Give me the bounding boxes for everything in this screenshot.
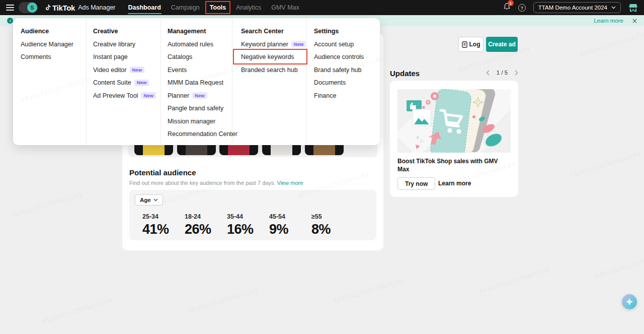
menu-item-documents[interactable]: Documents: [314, 77, 373, 90]
menu-header: Management: [168, 25, 230, 38]
menu-item-events[interactable]: Events: [168, 63, 230, 77]
notification-count-badge: 1: [508, 0, 514, 6]
age-percentage: 8%: [311, 222, 354, 237]
menu-item-audience-manager[interactable]: Audience Manager: [21, 38, 83, 51]
watermark-text: 6836043312555869189: [579, 30, 644, 58]
age-stats-row: 25-34 41% 18-24 26% 35-44 16% 45-54 9% ≥…: [142, 213, 354, 237]
account-selector[interactable]: TTAM Demo Account 2024: [533, 2, 621, 13]
tiktok-logo[interactable]: TikTok Ads Manager: [44, 4, 116, 12]
view-more-link[interactable]: View more: [277, 180, 303, 186]
menu-item-brand-safety-hub[interactable]: Brand safety hub: [314, 63, 373, 77]
menu-item-label: Mission manager: [168, 118, 215, 125]
divider: [306, 18, 307, 145]
chevron-down-icon: [611, 6, 616, 9]
new-badge: New: [141, 92, 156, 99]
menu-item-label: Comments: [21, 53, 51, 60]
watermark-text: 6836043312555869189: [11, 191, 83, 219]
banner-learn-more-link[interactable]: Learn more: [594, 18, 623, 24]
menu-header: Search Center: [241, 25, 304, 38]
age-range: 35-44: [227, 213, 269, 220]
age-filter-dropdown[interactable]: Age: [135, 194, 163, 206]
main-nav: Dashboard Campaign Tools Analytics GMV M…: [128, 0, 300, 15]
menu-item-ad-preview-tool[interactable]: Ad Preview ToolNew: [93, 89, 158, 102]
menu-item-comments[interactable]: Comments: [21, 51, 83, 64]
nav-campaign[interactable]: Campaign: [171, 0, 200, 15]
nav-tools[interactable]: Tools: [209, 0, 226, 15]
watermark-text: 6836043312555869189: [187, 287, 259, 315]
tools-dropdown-menu: Audience Audience Manager Comments Creat…: [13, 18, 380, 145]
menu-item-account-setup[interactable]: Account setup: [314, 38, 373, 51]
chevron-left-icon[interactable]: [486, 70, 490, 76]
menu-item-negative-keywords[interactable]: Negative keywords: [241, 51, 304, 64]
nav-gmv-max[interactable]: GMV Max: [271, 0, 300, 15]
menu-header: Settings: [314, 25, 373, 38]
menu-item-label: Instant page: [93, 53, 128, 60]
menu-item-mission-manager[interactable]: Mission manager: [168, 115, 230, 128]
menu-item-catalogs[interactable]: Catalogs: [168, 51, 230, 64]
age-stat: ≥55 8%: [311, 213, 354, 237]
nav-analytics[interactable]: Analytics: [235, 0, 262, 15]
menu-item-content-suite[interactable]: Content SuiteNew: [93, 77, 158, 90]
menu-item-label: Video editor: [93, 66, 127, 74]
business-center-icon[interactable]: [628, 4, 638, 12]
new-badge: New: [192, 92, 207, 99]
menu-item-label: Events: [168, 66, 187, 74]
ai-assistant-button[interactable]: [622, 294, 637, 309]
user-avatar[interactable]: S: [19, 2, 38, 13]
menu-item-label: Audience controls: [314, 53, 364, 60]
updates-title: Updates: [390, 69, 420, 78]
menu-item-label: Account setup: [314, 41, 354, 48]
notifications-bell-icon[interactable]: 1: [503, 3, 511, 13]
update-card-title: Boost TikTok Shop sales with GMV Max: [397, 158, 511, 173]
menu-item-automated-rules[interactable]: Automated rules: [168, 38, 230, 51]
divider: [232, 18, 232, 145]
age-stat: 35-44 16%: [227, 213, 269, 237]
document-icon: [462, 41, 467, 48]
close-icon[interactable]: [632, 19, 637, 23]
tiktok-note-icon: [44, 4, 51, 12]
watermark-text: 6836043312555869189: [478, 266, 551, 295]
menu-column-search-center: Search Center Keyword plannerNew Negativ…: [241, 25, 304, 77]
age-range: ≥55: [311, 213, 354, 220]
help-icon[interactable]: ?: [518, 4, 526, 12]
age-range: 18-24: [185, 213, 227, 220]
divider: [86, 18, 87, 145]
menu-item-label: Creative library: [93, 41, 135, 48]
create-ad-button[interactable]: Create ad: [486, 37, 518, 52]
menu-item-label: Documents: [314, 79, 346, 86]
menu-column-audience: Audience Audience Manager Comments: [21, 25, 83, 63]
menu-item-label: Finance: [314, 92, 336, 99]
menu-item-finance[interactable]: Finance: [314, 89, 373, 102]
menu-item-mmm-data-request[interactable]: MMM Data Request: [168, 77, 230, 90]
updates-learn-more-link[interactable]: Learn more: [438, 180, 471, 187]
menu-item-label: Pangle brand safety: [168, 105, 223, 112]
updates-pagination: 1 / 5: [486, 70, 518, 76]
age-filter-label: Age: [140, 197, 151, 203]
watermark-text: 6836043312555869189: [594, 251, 644, 280]
menu-item-branded-search-hub[interactable]: Branded search hub: [241, 63, 304, 77]
page-indicator: 1 / 5: [497, 70, 508, 76]
menu-item-pangle-brand-safety[interactable]: Pangle brand safety: [168, 102, 230, 115]
menu-item-video-editor[interactable]: Video editorNew: [93, 63, 158, 77]
menu-item-keyword-planner[interactable]: Keyword plannerNew: [241, 38, 304, 51]
product-name: Ads Manager: [78, 4, 115, 11]
hamburger-menu-icon[interactable]: [6, 5, 14, 11]
nav-tools-label: Tools: [210, 4, 226, 11]
avatar-initial: S: [27, 3, 37, 13]
menu-item-recommendation-center[interactable]: Recommendation Center: [168, 128, 230, 141]
menu-item-instant-page[interactable]: Instant page: [93, 51, 158, 64]
menu-item-label: Content Suite: [93, 79, 131, 86]
menu-item-creative-library[interactable]: Creative library: [93, 38, 158, 51]
menu-column-settings: Settings Account setup Audience controls…: [314, 25, 373, 102]
potential-audience-subtitle: Find out more about the key audience fro…: [129, 180, 303, 186]
age-percentage: 9%: [269, 222, 311, 237]
age-percentage: 16%: [227, 222, 269, 237]
chevron-right-icon[interactable]: [515, 70, 518, 76]
menu-item-audience-controls[interactable]: Audience controls: [314, 51, 373, 64]
log-button[interactable]: Log: [458, 37, 484, 52]
nav-dashboard[interactable]: Dashboard: [128, 0, 162, 15]
age-percentage: 26%: [185, 222, 227, 237]
try-now-button[interactable]: Try now: [397, 177, 435, 190]
new-badge: New: [130, 66, 145, 73]
menu-item-planner[interactable]: PlannerNew: [168, 89, 230, 102]
